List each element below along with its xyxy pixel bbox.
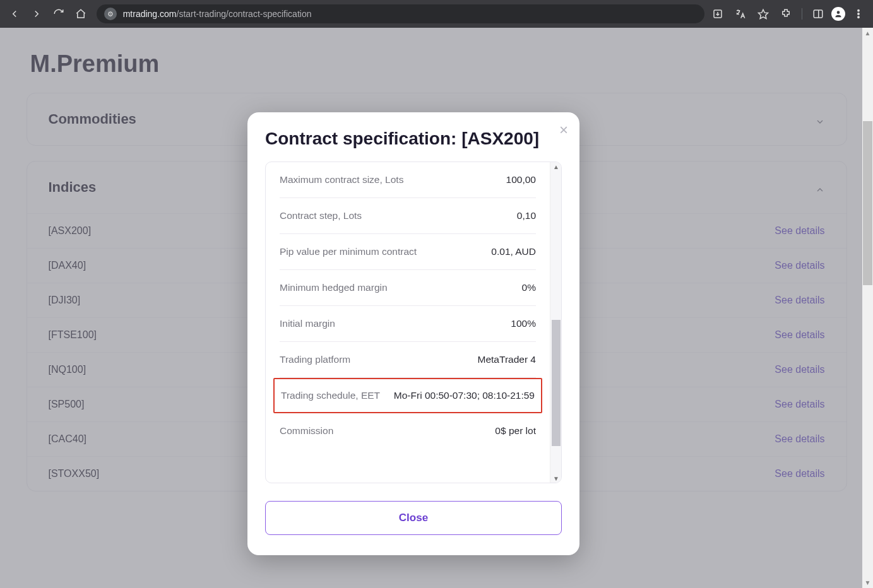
spec-value: 0,10 [517,210,536,221]
spec-row-contract-step: Contract step, Lots 0,10 [280,198,536,234]
spec-value: 0$ per lot [495,425,536,437]
scroll-down-icon[interactable]: ▼ [862,577,873,588]
browser-menu-icon[interactable] [849,4,868,23]
svg-marker-1 [759,9,768,18]
spec-value: 0.01, AUD [491,246,536,257]
spec-row-min-hedged: Minimum hedged margin 0% [280,270,536,306]
scroll-up-icon[interactable]: ▲ [550,162,562,171]
install-app-icon[interactable] [708,4,727,23]
spec-label: Trading schedule, EET [281,390,380,401]
scrollbar-thumb[interactable] [552,320,561,446]
svg-point-4 [837,11,840,14]
panel-scrollbar[interactable]: ▲ ▼ [550,162,561,483]
browser-toolbar: ⚙ mtrading.com/start-trading/contract-sp… [0,0,873,28]
svg-point-5 [858,10,859,11]
svg-point-7 [858,16,859,18]
spec-value: Mo-Fri 00:50-07:30; 08:10-21:59 [394,390,535,401]
sidepanel-icon[interactable] [809,4,828,23]
spec-label: Initial margin [280,318,335,329]
spec-row-platform: Trading platform MetaTrader 4 [280,342,536,378]
spec-label: Pip value per minimum contract [280,246,417,257]
spec-label: Commission [280,425,333,437]
extensions-icon[interactable] [776,4,795,23]
forward-button[interactable] [27,4,45,23]
spec-label: Trading platform [280,354,350,365]
site-settings-icon[interactable]: ⚙ [104,8,117,20]
back-button[interactable] [5,4,23,23]
spec-row-commission: Commission 0$ per lot [280,413,536,449]
page-viewport: M.Premium Commodities Indices [ASX200]Se… [0,28,873,588]
svg-point-6 [858,13,859,15]
profile-avatar[interactable] [831,7,845,21]
close-button[interactable]: Close [265,501,562,535]
modal-title: Contract specification: [ASX200] [265,129,562,149]
spec-row-initial-margin: Initial margin 100% [280,306,536,342]
spec-row-pip-value: Pip value per minimum contract 0.01, AUD [280,234,536,270]
home-button[interactable] [72,4,90,23]
toolbar-separator [802,8,802,20]
contract-spec-modal: × Contract specification: [ASX200] Maxim… [247,112,579,555]
spec-value: 100,00 [506,174,536,185]
spec-label: Minimum hedged margin [280,282,388,293]
bookmark-star-icon[interactable] [754,4,773,23]
spec-value: 100% [511,318,536,329]
url-text: mtrading.com/start-trading/contract-spec… [123,9,312,19]
scrollbar-thumb[interactable] [863,121,872,285]
page-scrollbar[interactable]: ▲ ▼ [862,28,873,588]
spec-label: Maximum contract size, Lots [280,174,403,185]
translate-icon[interactable] [731,4,750,23]
spec-value: MetaTrader 4 [478,354,536,365]
spec-row-max-contract: Maximum contract size, Lots 100,00 [280,162,536,198]
spec-value: 0% [522,282,536,293]
reload-button[interactable] [49,4,68,23]
scroll-down-icon[interactable]: ▼ [550,474,562,483]
spec-label: Contract step, Lots [280,210,362,221]
spec-panel: Maximum contract size, Lots 100,00 Contr… [265,162,562,483]
close-icon[interactable]: × [559,122,568,138]
scroll-up-icon[interactable]: ▲ [862,28,873,38]
address-bar[interactable]: ⚙ mtrading.com/start-trading/contract-sp… [97,4,704,23]
spec-row-schedule-highlighted: Trading schedule, EET Mo-Fri 00:50-07:30… [273,378,542,413]
